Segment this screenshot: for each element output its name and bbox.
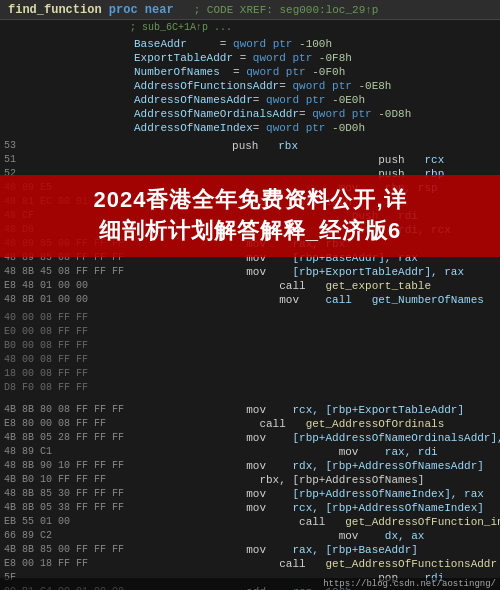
asm-lower-1: 4B 8B 80 08 FF FF FF mov rcx, [rbp+Expor… — [0, 403, 500, 417]
hex-18-00-08: 18 00 08 FF FF — [0, 367, 500, 381]
var-line-6: AddressOfNameOrdinalsAddr = qword ptr -0… — [0, 107, 500, 121]
var-line-3: NumberOfNames = qword ptr -0F0h — [0, 65, 500, 79]
var-line-1: BaseAddr = qword ptr -100h — [0, 37, 500, 51]
asm-lower-8: 4B 8B 05 38 FF FF FF mov rcx, [rbp+Addre… — [0, 501, 500, 515]
asm-lower-4: 48 89 C1 mov rax, rdi — [0, 445, 500, 459]
var-line-4: AddressOfFunctionsAddr = qword ptr -0E8h — [0, 79, 500, 93]
var-definitions: BaseAddr = qword ptr -100h ExportTableAd… — [0, 35, 500, 137]
asm-lower-2: E8 80 00 08 FF FF call get_AddressOfOrdi… — [0, 417, 500, 431]
var-line-7: AddressOfNameIndex = qword ptr -0D0h — [0, 121, 500, 135]
footer-url: https://blog.csdn.net/aostingng/ — [0, 578, 500, 590]
hex-b0-00-08: B0 00 08 FF FF — [0, 339, 500, 353]
asm-lower-12: E8 00 18 FF FF call get_AddressOfFunctio… — [0, 557, 500, 571]
asm-e8-48-01: E8 48 01 00 00 call get_export_table — [0, 279, 500, 293]
asm-48-8b-45: 48 8B 45 08 FF FF FF mov [rbp+ExportTabl… — [0, 265, 500, 279]
function-name-label: find_function proc near — [8, 3, 174, 17]
asm-mid: 40 00 08 FF FF E0 00 08 FF FF B0 00 08 F… — [0, 309, 500, 397]
top-comment: ; CODE XREF: seg000:loc_29↑p — [194, 4, 379, 16]
hex-40-00-08-ff: 40 00 08 FF FF — [0, 311, 500, 325]
hex-d8-f0-08: D8 F0 08 FF FF — [0, 381, 500, 395]
comment-line2: ; sub_6C+1A↑p ... — [0, 20, 500, 35]
asm-lower-11: 4B 8B 85 00 FF FF FF mov rax, [rbp+BaseA… — [0, 543, 500, 557]
asm-lower: 4B 8B 80 08 FF FF FF mov rcx, [rbp+Expor… — [0, 401, 500, 590]
banner-line2: 细剖析计划解答解释_经济版6 — [8, 216, 492, 247]
asm-lower-3: 4B 8B 05 28 FF FF FF mov [rbp+AddressOfN… — [0, 431, 500, 445]
asm-lower-9: EB 55 01 00 call get_AddressOfFunction_i… — [0, 515, 500, 529]
hex-e0-00-08: E0 00 08 FF FF — [0, 325, 500, 339]
asm-lower-7: 48 8B 85 30 FF FF FF mov [rbp+AddressOfN… — [0, 487, 500, 501]
asm-lower-10: 66 89 C2 mov dx, ax — [0, 529, 500, 543]
top-bar: find_function proc near ; CODE XREF: seg… — [0, 0, 500, 20]
code-container: find_function proc near ; CODE XREF: seg… — [0, 0, 500, 590]
asm-51: 51 push rcx — [0, 153, 500, 167]
asm-lower-5: 48 8B 90 10 FF FF FF mov rdx, [rbp+Addre… — [0, 459, 500, 473]
var-line-2: ExportTableAddr = qword ptr -0F8h — [0, 51, 500, 65]
asm-53: 53 push rbx — [0, 139, 500, 153]
banner-line1: 2024香港全年免费资料公开,详 — [8, 185, 492, 216]
overlay-banner: 2024香港全年免费资料公开,详 细剖析计划解答解释_经济版6 — [0, 175, 500, 257]
hex-48-00-08: 48 00 08 FF FF — [0, 353, 500, 367]
asm-mov-numbofnames: 48 8B 01 00 00 mov call get_NumberOfName… — [0, 293, 500, 307]
var-line-5: AddressOfNamesAddr = qword ptr -0E0h — [0, 93, 500, 107]
asm-lower-6: 4B B0 10 FF FF FF rbx, [rbp+AddressOfNam… — [0, 473, 500, 487]
